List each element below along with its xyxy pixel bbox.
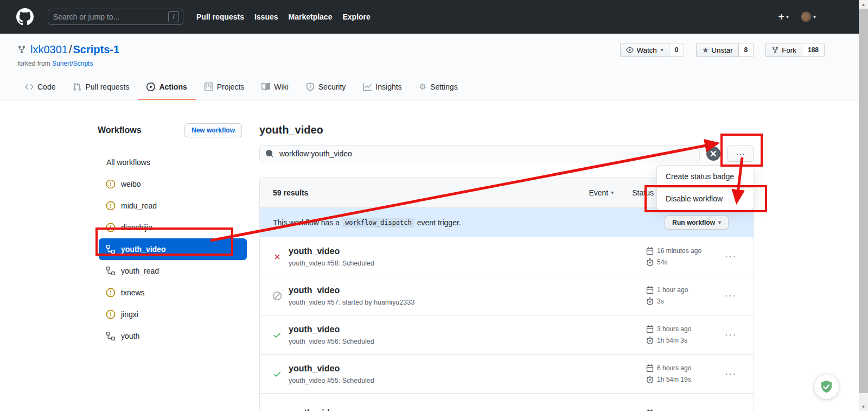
plus-icon: + <box>778 11 784 23</box>
user-menu-button[interactable]: ▾ <box>801 11 816 22</box>
nav-issues[interactable]: Issues <box>254 12 278 21</box>
run-time: 1 hour ago <box>657 286 688 294</box>
slash-shortcut-key: / <box>168 11 179 22</box>
menu-item-create-status-badge[interactable]: Create status badge <box>657 168 754 185</box>
project-icon <box>205 83 213 91</box>
graph-icon <box>363 83 372 91</box>
sidebar-item-jingxi[interactable]: jingxi <box>99 303 247 325</box>
runs-filter-input[interactable] <box>278 149 694 159</box>
page-title: youth_video <box>259 123 754 136</box>
stopwatch-icon <box>646 258 654 266</box>
workflow-options-button[interactable]: ··· <box>727 146 754 162</box>
shield-icon <box>306 83 315 91</box>
forked-from-link[interactable]: Sunert/Scripts <box>52 60 93 67</box>
sidebar-item-youth[interactable]: youth <box>99 325 247 347</box>
run-row-56: youth_video youth_video #56: Scheduled 3… <box>260 315 754 355</box>
nav-pull-requests[interactable]: Pull requests <box>196 12 244 21</box>
run-title-link[interactable]: youth_video <box>289 364 374 374</box>
status-filter-dropdown[interactable]: Status ▾ <box>632 188 659 197</box>
star-button-group: ★ Unstar 8 <box>696 43 754 57</box>
menu-item-disable-workflow[interactable]: Disable workflow <box>657 190 754 207</box>
run-options-button[interactable]: ··· <box>721 369 741 380</box>
sidebar-item-youth-read[interactable]: youth_read <box>99 260 247 282</box>
shield-check-icon <box>819 380 834 394</box>
scrollbar-thumb[interactable] <box>859 9 868 393</box>
global-search-input[interactable] <box>52 12 168 22</box>
github-logo-icon[interactable] <box>16 8 34 26</box>
fork-icon <box>771 46 779 54</box>
clear-filter-button[interactable] <box>706 147 720 161</box>
run-duration: 54s <box>657 258 667 266</box>
event-filter-dropdown[interactable]: Event ▾ <box>589 188 614 197</box>
book-icon <box>261 83 270 91</box>
vertical-scrollbar[interactable]: ▲ ▼ <box>859 0 868 411</box>
tab-projects[interactable]: Projects <box>196 76 253 100</box>
star-icon: ★ <box>702 46 709 54</box>
create-new-button[interactable]: + ▾ <box>778 11 789 23</box>
sidebar-item-all-workflows[interactable]: All workflows <box>99 151 247 173</box>
sidebar-item-dianshijia[interactable]: dianshijia <box>99 217 247 238</box>
fork-button-group: Fork 188 <box>765 43 825 57</box>
scroll-up-arrow[interactable]: ▲ <box>859 0 868 9</box>
tab-actions[interactable]: Actions <box>138 76 195 100</box>
workflow-icon <box>106 332 115 340</box>
new-workflow-button[interactable]: New workflow <box>184 123 242 137</box>
tab-wiki[interactable]: Wiki <box>253 76 297 100</box>
code-icon <box>25 83 34 91</box>
search-icon <box>265 149 274 158</box>
run-title-link[interactable]: youth_video <box>289 246 374 256</box>
nav-explore[interactable]: Explore <box>342 12 370 21</box>
alert-icon <box>106 180 115 188</box>
scroll-down-arrow[interactable]: ▼ <box>859 402 868 411</box>
calendar-icon <box>646 247 654 255</box>
run-options-button[interactable]: ··· <box>721 290 741 301</box>
sidebar-item-midu-read[interactable]: midu_read <box>99 195 247 217</box>
tab-pull-requests[interactable]: Pull requests <box>64 76 138 100</box>
tab-insights[interactable]: Insights <box>354 76 410 100</box>
success-check-icon <box>273 409 282 411</box>
run-subtitle: youth_video #55: Scheduled <box>289 377 374 384</box>
global-search: / <box>48 9 183 25</box>
run-workflow-button[interactable]: Run workflow ▾ <box>665 216 729 230</box>
run-options-button[interactable]: ··· <box>721 251 741 262</box>
sidebar-item-txnews[interactable]: txnews <box>99 282 247 303</box>
run-options-button[interactable]: ··· <box>721 330 741 340</box>
run-title-link[interactable]: youth_video <box>289 325 374 334</box>
repo-owner-link[interactable]: lxk0301 <box>30 43 68 55</box>
adguard-shield-badge[interactable] <box>814 375 839 399</box>
run-time: 3 hours ago <box>657 325 691 333</box>
sidebar-item-weibo[interactable]: weibo <box>99 173 247 195</box>
failed-x-icon <box>273 252 282 261</box>
menu-divider <box>657 187 754 188</box>
runs-filter-box <box>259 145 700 162</box>
watch-button[interactable]: Watch ▾ <box>620 43 669 57</box>
eye-icon <box>626 46 634 54</box>
unstar-button[interactable]: ★ Unstar <box>696 43 738 57</box>
chevron-down-icon: ▾ <box>718 220 721 225</box>
fork-button[interactable]: Fork <box>765 43 802 57</box>
chevron-down-icon: ▾ <box>661 47 663 53</box>
sidebar-title: Workflows <box>98 125 142 135</box>
code-chip: workflow_dispatch <box>342 218 414 227</box>
gear-icon: ⚙ <box>419 82 426 92</box>
calendar-icon <box>646 364 654 372</box>
chevron-down-icon: ▾ <box>813 14 816 20</box>
run-title-link[interactable]: youth_video <box>289 408 340 411</box>
chevron-down-icon: ▾ <box>786 14 789 20</box>
fork-count[interactable]: 188 <box>802 43 825 57</box>
run-options-button[interactable]: ··· <box>721 408 741 411</box>
run-title-link[interactable]: youth_video <box>289 286 414 295</box>
star-count[interactable]: 8 <box>739 43 754 57</box>
run-row-55: youth_video youth_video #55: Scheduled 6… <box>260 355 754 394</box>
sidebar-item-youth-video[interactable]: youth_video <box>99 238 247 260</box>
repo-name-link[interactable]: Scripts-1 <box>73 43 120 55</box>
watch-count[interactable]: 0 <box>669 43 685 57</box>
cancelled-slash-icon <box>273 292 282 300</box>
workflow-options-menu: Create status badge Disable workflow <box>656 165 754 210</box>
tab-settings[interactable]: ⚙ Settings <box>411 76 467 100</box>
tab-security[interactable]: Security <box>297 76 355 100</box>
run-duration: 3s <box>657 298 664 305</box>
tab-code[interactable]: Code <box>16 76 64 100</box>
watch-button-group: Watch ▾ 0 <box>620 43 684 57</box>
nav-marketplace[interactable]: Marketplace <box>289 12 333 21</box>
